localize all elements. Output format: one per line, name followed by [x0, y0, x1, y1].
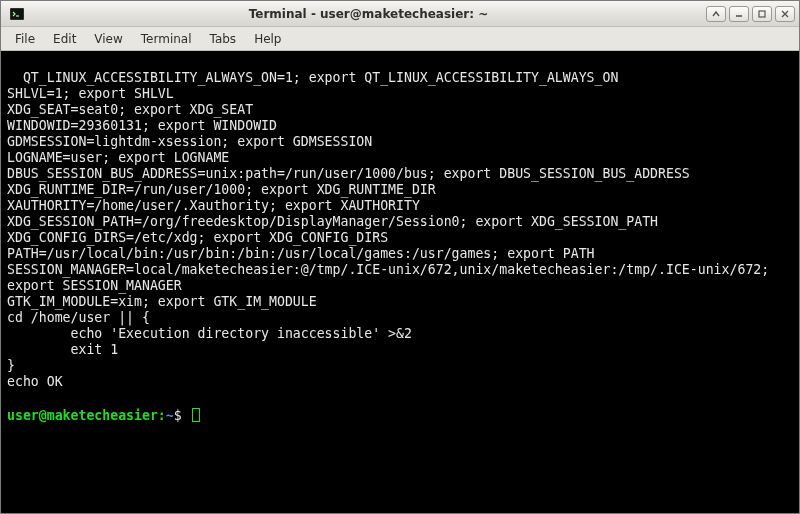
menu-help[interactable]: Help: [246, 29, 289, 49]
terminal-output: QT_LINUX_ACCESSIBILITY_ALWAYS_ON=1; expo…: [7, 70, 777, 389]
scroll-up-button[interactable]: [706, 6, 726, 22]
minimize-button[interactable]: [729, 6, 749, 22]
titlebar: Terminal - user@maketecheasier: ~: [1, 1, 799, 27]
menu-edit[interactable]: Edit: [45, 29, 84, 49]
svg-rect-1: [11, 9, 23, 19]
terminal-cursor: [192, 408, 200, 422]
close-button[interactable]: [775, 6, 795, 22]
maximize-button[interactable]: [752, 6, 772, 22]
prompt-user-host: user@maketecheasier: [7, 408, 158, 423]
svg-rect-4: [759, 11, 765, 17]
window-title: Terminal - user@maketecheasier: ~: [31, 7, 706, 21]
terminal-app-icon: [9, 6, 25, 22]
prompt-separator: :: [158, 408, 166, 423]
menu-terminal[interactable]: Terminal: [133, 29, 200, 49]
prompt-char: $: [174, 408, 182, 423]
menu-view[interactable]: View: [86, 29, 130, 49]
menubar: File Edit View Terminal Tabs Help: [1, 27, 799, 51]
prompt-path: ~: [166, 408, 174, 423]
menu-tabs[interactable]: Tabs: [202, 29, 245, 49]
menu-file[interactable]: File: [7, 29, 43, 49]
window-controls: [706, 6, 795, 22]
terminal-area[interactable]: QT_LINUX_ACCESSIBILITY_ALWAYS_ON=1; expo…: [1, 51, 799, 513]
